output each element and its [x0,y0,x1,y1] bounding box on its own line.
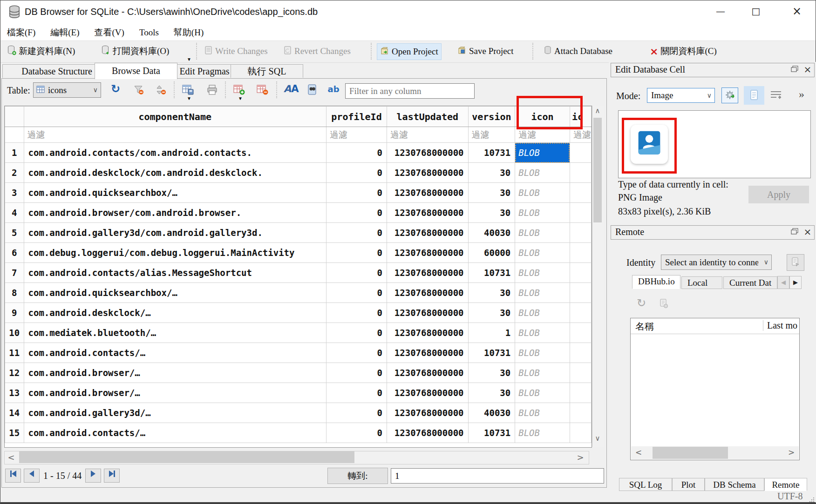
cell-partial[interactable] [570,283,591,303]
cell-partial[interactable] [570,203,591,223]
row-number[interactable]: 1 [5,143,24,163]
cell-partial[interactable] [570,383,591,403]
row-number[interactable]: 7 [5,263,24,283]
float-panel-icon[interactable] [789,228,800,237]
remote-scroll-right-button[interactable]: > [787,448,796,457]
save-project-button[interactable]: Save Project [455,43,517,59]
cell-icon-blob[interactable]: BLOB [515,223,570,243]
cell-lastupdated[interactable]: 1230768000000 [387,283,469,303]
filter-any-column-input[interactable] [345,83,475,99]
cell-partial[interactable] [570,183,591,203]
apply-button[interactable]: Apply [748,186,809,203]
close-button[interactable]: × [782,0,812,22]
remote-scrollbar-thumb[interactable] [653,447,728,459]
row-number[interactable]: 3 [5,183,24,203]
menu-edit[interactable]: 編輯(E) [44,24,86,41]
row-number[interactable]: 8 [5,283,24,303]
close-panel-icon[interactable]: × [802,64,813,73]
scroll-left-button[interactable]: < [5,452,17,462]
identity-combobox[interactable]: Select an identity to conne ∨ [661,255,772,270]
cell-partial[interactable] [570,223,591,243]
column-filter-input[interactable]: 過濾 [24,127,326,143]
row-number[interactable]: 5 [5,223,24,243]
cell-icon-blob[interactable]: BLOB [515,323,570,343]
row-number[interactable]: 4 [5,203,24,223]
menu-view[interactable]: 查看(V) [88,24,131,41]
cell-lastupdated[interactable]: 1230768000000 [387,143,469,163]
cell-profileid[interactable]: 0 [326,283,387,303]
cell-partial[interactable] [570,423,591,443]
cell-profileid[interactable]: 0 [326,303,387,323]
cell-profileid[interactable]: 0 [326,363,387,383]
cell-partial[interactable] [570,163,591,183]
column-filter-input[interactable]: 過濾 [326,127,387,143]
cell-partial[interactable] [570,403,591,423]
cell-version[interactable]: 1 [468,323,515,343]
cell-componentname[interactable]: com.android.deskclock/… [24,303,326,323]
cell-version[interactable]: 40030 [468,403,515,423]
cell-version[interactable]: 30 [468,363,515,383]
tabs-scroll-right-button[interactable]: ▶ [789,276,802,289]
float-panel-icon[interactable] [789,65,800,74]
table-select-combobox[interactable]: icons ∨ [33,82,101,98]
cell-profileid[interactable]: 0 [326,223,387,243]
cell-lastupdated[interactable]: 1230768000000 [387,343,469,363]
cell-lastupdated[interactable]: 1230768000000 [387,203,469,223]
import-data-button[interactable] [721,87,738,103]
cell-icon-blob[interactable]: BLOB [515,363,570,383]
maximize-button[interactable]: □ [741,0,771,22]
cell-profileid[interactable]: 0 [326,243,387,263]
tab-execute-sql[interactable]: 執行 SQL [231,64,303,78]
cell-componentname[interactable]: com.android.browser/… [24,363,326,383]
row-number[interactable]: 11 [5,343,24,363]
cell-icon-blob[interactable]: BLOB [515,163,570,183]
cell-icon-blob[interactable]: BLOB [515,243,570,263]
cell-icon-blob[interactable]: BLOB [515,423,570,443]
menu-file[interactable]: 檔案(F) [0,24,42,41]
cell-partial[interactable] [570,363,591,383]
cell-version[interactable]: 30 [468,183,515,203]
remote-refresh-icon[interactable]: ↻ [637,296,646,309]
close-database-button[interactable]: × 關閉資料庫(C) [647,43,720,59]
cell-lastupdated[interactable]: 1230768000000 [387,183,469,203]
attach-database-button[interactable]: Attach Database [541,43,615,59]
cell-version[interactable]: 10731 [468,143,515,163]
cell-icon-blob[interactable]: BLOB [515,183,570,203]
scroll-down-button[interactable]: ∨ [592,434,603,443]
cell-lastupdated[interactable]: 1230768000000 [387,423,469,443]
cell-version[interactable]: 30 [468,163,515,183]
remote-tab-dbhub[interactable]: DBHub.io [632,275,680,289]
cell-componentname[interactable]: com.android.contacts/alias.MessageShortc… [24,263,326,283]
revert-changes-button[interactable]: Revert Changes [281,43,354,59]
dock-tab-db-schema[interactable]: DB Schema [705,478,764,491]
column-filter-input[interactable]: 過濾 [387,127,469,143]
remote-clone-icon[interactable] [659,298,668,310]
column-header[interactable]: componentName [24,107,326,127]
goto-button[interactable]: 轉到: [327,468,388,484]
cell-lastupdated[interactable]: 1230768000000 [387,323,469,343]
cell-partial[interactable] [570,263,591,283]
save-results-icon[interactable] [181,84,195,97]
cell-lastupdated[interactable]: 1230768000000 [387,263,469,283]
cell-lastupdated[interactable]: 1230768000000 [387,383,469,403]
cell-icon-blob[interactable]: BLOB [515,303,570,323]
prev-page-button[interactable] [24,469,40,483]
text-view-button[interactable] [744,86,764,105]
insert-record-dropdown-arrow[interactable]: ▼ [238,96,243,101]
cell-profileid[interactable]: 0 [326,403,387,423]
cell-componentname[interactable]: com.android.deskclock/com.android.deskcl… [24,163,326,183]
cell-version[interactable]: 30 [468,303,515,323]
first-page-button[interactable] [5,469,21,483]
cell-componentname[interactable]: com.mediatek.bluetooth/… [24,323,326,343]
row-number[interactable]: 2 [5,163,24,183]
open-database-button[interactable]: 打開資料庫(O) [98,43,172,59]
font-settings-icon[interactable]: AA [284,83,298,96]
row-number[interactable]: 15 [5,423,24,443]
menu-help[interactable]: 幫助(H) [167,24,210,41]
cell-lastupdated[interactable]: 1230768000000 [387,403,469,423]
mode-combobox[interactable]: Image ∨ [647,88,715,103]
cell-componentname[interactable]: com.android.browser/com.android.browser. [24,203,326,223]
cell-partial[interactable] [570,343,591,363]
cell-componentname[interactable]: com.android.contacts/… [24,423,326,443]
write-changes-button[interactable]: Write Changes [202,43,271,59]
